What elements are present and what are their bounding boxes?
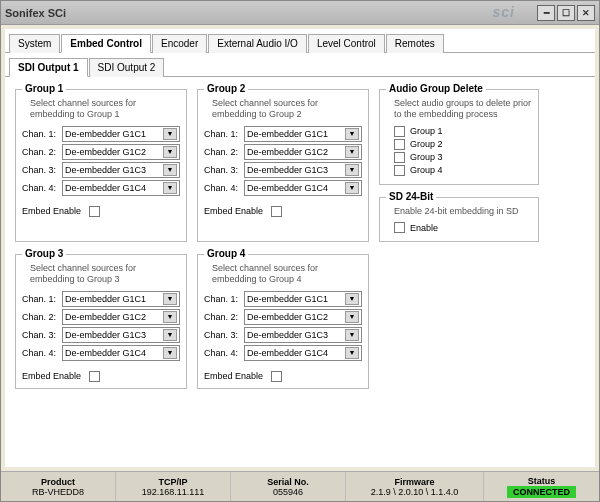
chevron-down-icon: ▼ [163,347,177,359]
status-product: Product RB-VHEDD8 [1,472,116,501]
main-tab-external-audio-i-o[interactable]: External Audio I/O [208,34,307,53]
chevron-down-icon: ▼ [163,293,177,305]
chan-label: Chan. 1: [204,294,244,304]
group-1-box: Group 1Select channel sources for embedd… [15,89,187,242]
audio-delete-group-3-row: Group 3 [386,152,532,163]
titlebar: Sonifex SCi sci ━ ☐ ✕ [1,1,599,25]
group-3-chan-3-select[interactable]: De-embedder G1C3▼ [62,327,180,343]
main-tab-level-control[interactable]: Level Control [308,34,385,53]
group-3-chan-4-select[interactable]: De-embedder G1C4▼ [62,345,180,361]
connected-badge: CONNECTED [507,486,576,498]
group-1-chan-4-select[interactable]: De-embedder G1C4▼ [62,180,180,196]
group-1-embed-checkbox[interactable] [89,206,100,217]
chevron-down-icon: ▼ [163,128,177,140]
sd-24bit-desc: Enable 24-bit embedding in SD [394,206,532,217]
sub-tab-sdi-output-2[interactable]: SDI Output 2 [89,58,165,77]
group-1-desc: Select channel sources for embedding to … [30,98,180,120]
group-2-embed-checkbox[interactable] [271,206,282,217]
sub-tabs: SDI Output 1SDI Output 2 [5,53,595,77]
group-4-embed-row: Embed Enable [204,371,362,382]
status-tcpip: TCP/IP 192.168.11.111 [116,472,231,501]
group-3-chan-4-row: Chan. 4:De-embedder G1C4▼ [22,345,180,361]
group-4-chan-2-row: Chan. 2:De-embedder G1C2▼ [204,309,362,325]
group-4-embed-checkbox[interactable] [271,371,282,382]
chan-label: Chan. 4: [204,348,244,358]
chevron-down-icon: ▼ [163,146,177,158]
chan-label: Chan. 4: [22,348,62,358]
group-2-box: Group 2Select channel sources for embedd… [197,89,369,242]
chevron-down-icon: ▼ [345,329,359,341]
group-1-chan-2-row: Chan. 2:De-embedder G1C2▼ [22,144,180,160]
group-3-title: Group 3 [22,248,66,259]
chevron-down-icon: ▼ [345,146,359,158]
group-1-chan-4-row: Chan. 4:De-embedder G1C4▼ [22,180,180,196]
maximize-button[interactable]: ☐ [557,5,575,21]
sub-tab-sdi-output-1[interactable]: SDI Output 1 [9,58,88,77]
audio-delete-group-2-checkbox[interactable] [394,139,405,150]
group-2-title: Group 2 [204,83,248,94]
chevron-down-icon: ▼ [345,293,359,305]
group-2-chan-3-select[interactable]: De-embedder G1C3▼ [244,162,362,178]
main-tab-system[interactable]: System [9,34,60,53]
audio-delete-group-1-row: Group 1 [386,126,532,137]
status-serial: Serial No. 055946 [231,472,346,501]
group-4-chan-3-select[interactable]: De-embedder G1C3▼ [244,327,362,343]
group-3-box: Group 3Select channel sources for embedd… [15,254,187,389]
group-3-chan-2-select[interactable]: De-embedder G1C2▼ [62,309,180,325]
chevron-down-icon: ▼ [345,311,359,323]
group-1-title: Group 1 [22,83,66,94]
sd-24bit-checkbox[interactable] [394,222,405,233]
sd-24bit-title: SD 24-Bit [386,191,436,202]
group-4-chan-4-select[interactable]: De-embedder G1C4▼ [244,345,362,361]
group-1-chan-2-select[interactable]: De-embedder G1C2▼ [62,144,180,160]
main-tab-remotes[interactable]: Remotes [386,34,444,53]
main-tabs: SystemEmbed ControlEncoderExternal Audio… [5,29,595,53]
chan-label: Chan. 1: [204,129,244,139]
side-column: Audio Group Delete Select audio groups t… [379,83,539,242]
close-button[interactable]: ✕ [577,5,595,21]
chevron-down-icon: ▼ [163,182,177,194]
group-1-chan-3-select[interactable]: De-embedder G1C3▼ [62,162,180,178]
window-title: Sonifex SCi [5,7,537,19]
chan-label: Chan. 3: [22,330,62,340]
group-3-chan-1-row: Chan. 1:De-embedder G1C1▼ [22,291,180,307]
main-tab-encoder[interactable]: Encoder [152,34,207,53]
chan-label: Chan. 2: [22,147,62,157]
group-3-chan-2-row: Chan. 2:De-embedder G1C2▼ [22,309,180,325]
group-4-chan-4-row: Chan. 4:De-embedder G1C4▼ [204,345,362,361]
tab-content: Group 1Select channel sources for embedd… [5,77,595,467]
main-tab-embed-control[interactable]: Embed Control [61,34,151,53]
group-2-chan-2-row: Chan. 2:De-embedder G1C2▼ [204,144,362,160]
chevron-down-icon: ▼ [345,164,359,176]
chevron-down-icon: ▼ [163,164,177,176]
sd-24bit-box: SD 24-Bit Enable 24-bit embedding in SD … [379,197,539,243]
group-3-chan-1-select[interactable]: De-embedder G1C1▼ [62,291,180,307]
group-4-chan-2-select[interactable]: De-embedder G1C2▼ [244,309,362,325]
chan-label: Chan. 2: [204,312,244,322]
audio-group-delete-desc: Select audio groups to delete prior to t… [394,98,532,120]
group-2-chan-2-select[interactable]: De-embedder G1C2▼ [244,144,362,160]
status-bar: Product RB-VHEDD8 TCP/IP 192.168.11.111 … [1,471,599,501]
group-4-desc: Select channel sources for embedding to … [212,263,362,285]
chan-label: Chan. 3: [204,330,244,340]
audio-delete-group-4-checkbox[interactable] [394,165,405,176]
audio-delete-group-3-checkbox[interactable] [394,152,405,163]
minimize-button[interactable]: ━ [537,5,555,21]
group-4-title: Group 4 [204,248,248,259]
brand-logo: sci [493,4,515,20]
app-window: Sonifex SCi sci ━ ☐ ✕ SystemEmbed Contro… [0,0,600,502]
group-2-chan-1-select[interactable]: De-embedder G1C1▼ [244,126,362,142]
sd-24bit-enable-row: Enable [386,222,532,233]
audio-delete-group-1-checkbox[interactable] [394,126,405,137]
chevron-down-icon: ▼ [163,311,177,323]
groups-grid: Group 1Select channel sources for embedd… [15,83,585,389]
group-3-embed-checkbox[interactable] [89,371,100,382]
client-area: SystemEmbed ControlEncoderExternal Audio… [5,29,595,467]
group-2-chan-1-row: Chan. 1:De-embedder G1C1▼ [204,126,362,142]
group-2-chan-4-select[interactable]: De-embedder G1C4▼ [244,180,362,196]
chan-label: Chan. 3: [204,165,244,175]
group-1-chan-1-select[interactable]: De-embedder G1C1▼ [62,126,180,142]
group-4-chan-1-select[interactable]: De-embedder G1C1▼ [244,291,362,307]
chan-label: Chan. 1: [22,294,62,304]
audio-delete-group-2-row: Group 2 [386,139,532,150]
